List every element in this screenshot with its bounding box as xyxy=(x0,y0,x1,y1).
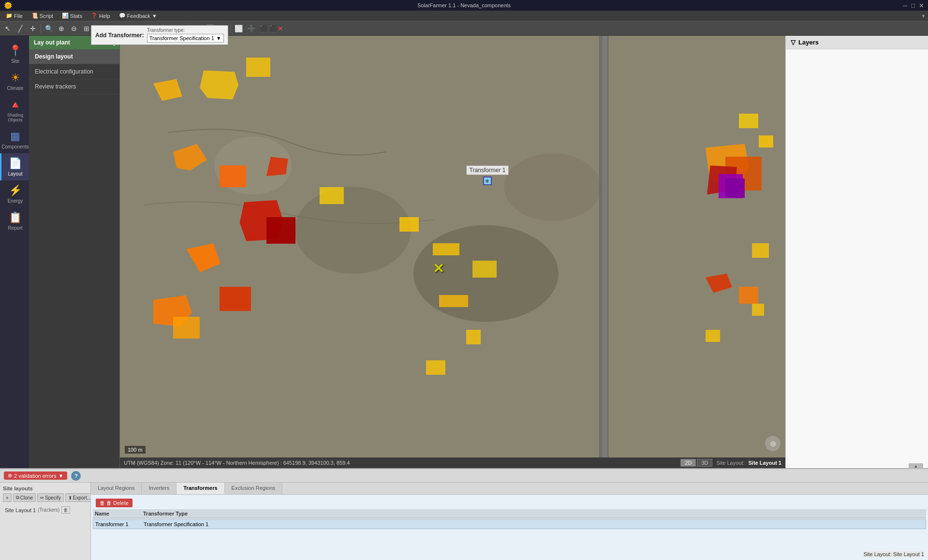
heat-patch-right-10 xyxy=(706,330,720,342)
heat-patch-5 xyxy=(220,165,246,187)
specify-layout-button[interactable]: ✏ Specify xyxy=(37,493,64,502)
bottom-collapse-handle[interactable]: ▲ xyxy=(909,463,923,469)
table-row[interactable]: Transformer 1 Transformer Specification … xyxy=(93,519,926,529)
map-area[interactable]: Transformer 1 ⊞ ✕ 100 m ⊕ UTM (WGS84) Zo… xyxy=(120,36,785,468)
menu-feedback[interactable]: 💬 Feedback ▼ xyxy=(115,12,161,20)
heat-patch-14 xyxy=(472,261,497,278)
validation-dropdown-icon: ▼ xyxy=(58,473,63,479)
site-icon: 📍 xyxy=(9,44,22,57)
add-transformer-bar: Add Transformer: Transformer type: Trans… xyxy=(91,25,228,45)
compass-rose[interactable]: ⊕ xyxy=(765,436,781,451)
menu-file[interactable]: 📁 File xyxy=(2,12,27,20)
heat-patch-16 xyxy=(466,330,481,344)
map-background: Transformer 1 ⊞ ✕ 100 m ⊕ xyxy=(120,36,785,468)
view-controls: 2D 3D Site Layout: Site Layout 1 xyxy=(680,459,781,467)
heat-patch-15 xyxy=(439,295,468,307)
view-2d-button[interactable]: 2D xyxy=(680,459,696,467)
view-toggle: 2D 3D xyxy=(680,459,712,467)
validation-errors-badge[interactable]: ⊗ 2 validation errors ▼ xyxy=(4,472,67,480)
add-layout-button[interactable]: + xyxy=(3,493,12,502)
sidebar-item-report[interactable]: 📋 Report xyxy=(0,207,29,235)
main-layout: 📍 Site ☀ Climate 🔺 Shading Objects ▦ Com… xyxy=(0,36,928,468)
file-icon: 📁 xyxy=(6,13,13,19)
heat-cluster-core xyxy=(266,217,295,244)
sidebar-item-climate[interactable]: ☀ Climate xyxy=(0,68,29,95)
heat-patch-11 xyxy=(173,317,200,339)
tool-zoom-out[interactable]: ⊖ xyxy=(68,23,80,34)
sidebar-item-energy[interactable]: ⚡ Energy xyxy=(0,180,29,207)
add-icon: + xyxy=(6,495,9,501)
heat-patch-10 xyxy=(220,287,251,311)
view-3d-button[interactable]: 3D xyxy=(697,459,712,467)
tool-line[interactable]: ╱ xyxy=(15,23,26,34)
energy-icon: ⚡ xyxy=(9,184,22,197)
tab-layout-regions[interactable]: Layout Regions xyxy=(91,483,142,494)
sidebar-item-layout[interactable]: 📄 Layout xyxy=(0,153,29,180)
tool-zoom-in[interactable]: 🔍 xyxy=(43,23,55,34)
layers-header[interactable]: ▽ Layers xyxy=(786,36,928,49)
help-icon: ❓ xyxy=(91,13,98,19)
tab-exclusion-regions[interactable]: Exclusion Regions xyxy=(225,483,283,494)
help-button[interactable]: ? xyxy=(71,471,81,481)
site-layout-label: Site Layout: xyxy=(716,460,744,466)
transformer-type-dropdown[interactable]: Transformer Specification 1 ▼ xyxy=(147,34,224,43)
minimize-button[interactable]: ─ xyxy=(903,2,907,9)
add-transformer-label: Add Transformer: xyxy=(95,32,144,39)
menu-help[interactable]: ❓ Help xyxy=(87,12,114,20)
shading-icon: 🔺 xyxy=(9,99,22,111)
clone-layout-button[interactable]: ⧉ Clone xyxy=(13,493,36,502)
nav-panel: Lay out plant ◀ Design layout Electrical… xyxy=(29,36,120,468)
heat-patch-right-5 xyxy=(759,135,773,147)
nav-design-layout[interactable]: Design layout xyxy=(29,49,119,64)
bottom-panel: ▲ ⊗ 2 validation errors ▼ ? Site layouts… xyxy=(0,468,928,560)
tab-bar: Layout Regions Inverters Transformers Ex… xyxy=(91,483,928,495)
close-button[interactable]: ✕ xyxy=(919,2,924,9)
menu-script[interactable]: 📜 Script xyxy=(28,12,57,20)
tool-add-green[interactable]: ⬜ xyxy=(233,23,244,34)
error-icon: ⊗ xyxy=(8,472,12,479)
heat-patch-1 xyxy=(200,71,238,100)
tool-clear[interactable]: ⬛✕ xyxy=(270,23,282,34)
transformer-table-header: Name Transformer Type xyxy=(93,509,926,518)
menu-stats[interactable]: 📊 Stats xyxy=(58,12,86,20)
nav-review-trackers[interactable]: Review trackers xyxy=(29,79,119,94)
nav-electrical-config[interactable]: Electrical configuration xyxy=(29,64,119,79)
sidebar-item-components[interactable]: ▦ Components xyxy=(0,126,29,153)
report-icon: 📋 xyxy=(9,211,22,224)
transformer-label-text: Transformer 1 xyxy=(466,165,509,175)
scale-bar: 100 m xyxy=(125,446,146,454)
sidebar-item-site[interactable]: 📍 Site xyxy=(0,41,29,68)
app-icon: 🌞 xyxy=(4,1,12,9)
feedback-dropdown[interactable]: ▼ xyxy=(152,13,157,19)
tool-crosshair[interactable]: ✛ xyxy=(27,23,39,34)
sidebar-item-shading-objects[interactable]: 🔺 Shading Objects xyxy=(0,95,29,126)
maximize-button[interactable]: □ xyxy=(911,2,915,9)
transformer-icon[interactable]: ⊞ xyxy=(483,177,492,185)
transformer-marker: Transformer 1 ⊞ xyxy=(466,165,509,185)
tool-plus[interactable]: ➕ xyxy=(245,23,257,34)
tool-select[interactable]: ↖ xyxy=(2,23,14,34)
climate-icon: ☀ xyxy=(11,72,20,84)
tab-inverters[interactable]: Inverters xyxy=(142,483,177,494)
heat-patch-right-9 xyxy=(752,304,764,316)
tool-zoom-fit[interactable]: ⊕ xyxy=(56,23,67,34)
heat-patch-13 xyxy=(433,243,459,255)
tabs-panel: Layout Regions Inverters Transformers Ex… xyxy=(91,483,928,560)
coord-bar: UTM (WGS84) Zone: 11 (120°W - 114°W - No… xyxy=(120,457,785,468)
heat-patch-8 xyxy=(320,187,344,204)
delete-layout-button[interactable]: 🗑 xyxy=(61,506,70,514)
specify-icon: ✏ xyxy=(40,495,44,501)
tab-transformers[interactable]: Transformers xyxy=(177,483,224,494)
feedback-icon: 💬 xyxy=(119,13,126,19)
site-layout-name: Site Layout 1 xyxy=(749,460,781,466)
tool-fill[interactable]: ⬛ xyxy=(258,23,269,34)
titlebar: 🌞 SolarFarmer 1.1 - Nevada_components ─ … xyxy=(0,0,928,11)
heat-patch-12 xyxy=(399,217,419,232)
site-layout-item[interactable]: Site Layout 1 (Trackers) 🗑 xyxy=(3,505,88,515)
heat-patch-17 xyxy=(426,360,445,375)
delete-transformer-button[interactable]: 🗑 🗑 Delete xyxy=(96,499,133,507)
heat-patch-right-4 xyxy=(739,114,758,128)
layout-icon: 📄 xyxy=(9,157,22,170)
clone-icon: ⧉ xyxy=(16,495,19,501)
export-layout-button[interactable]: ⬆ Export... xyxy=(65,493,94,502)
